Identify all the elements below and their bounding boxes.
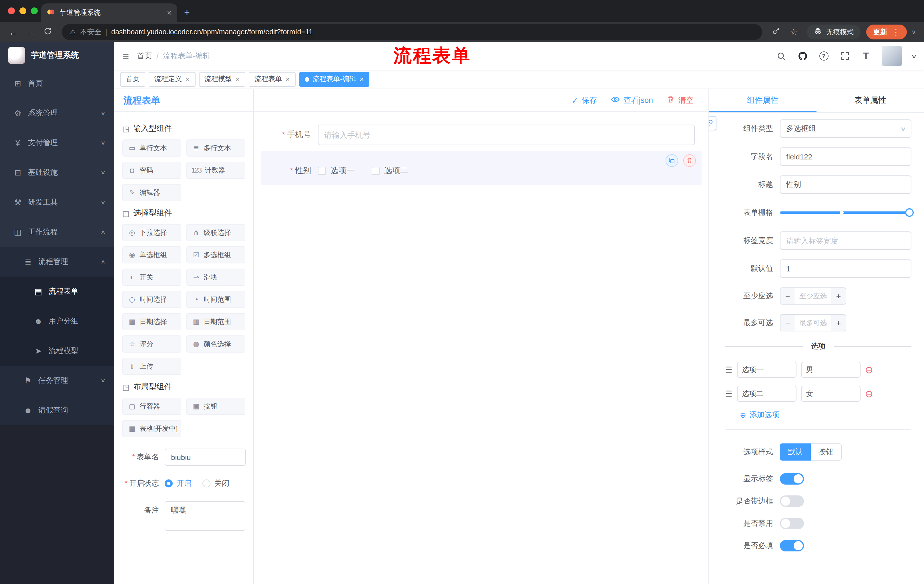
radio-closed-label[interactable]: 关闭 <box>214 478 229 489</box>
palette-item[interactable]: ≣多行文本 <box>186 140 245 156</box>
nav-tag[interactable]: 首页 <box>120 72 145 87</box>
title-input[interactable] <box>780 175 911 194</box>
view-json-button[interactable]: 查看json <box>610 95 653 106</box>
decrease-button[interactable]: − <box>780 315 795 331</box>
palette-item[interactable]: ☆评分 <box>122 336 181 352</box>
collapse-sidebar-icon[interactable]: ≡ <box>122 49 129 63</box>
add-option-button[interactable]: ⊕ 添加选项 <box>740 410 911 420</box>
close-tab-icon[interactable]: × <box>167 8 172 17</box>
palette-item[interactable]: ◎下拉选择 <box>122 224 181 241</box>
close-tag-icon[interactable]: × <box>235 75 239 84</box>
password-key-icon[interactable] <box>769 27 784 37</box>
style-button-button[interactable]: 按钮 <box>811 443 842 461</box>
sidebar-item[interactable]: ⊟基础设施∨ <box>0 158 114 188</box>
checkbox-option-2[interactable]: 选项二 <box>372 166 408 176</box>
palette-item[interactable]: ▣按钮 <box>186 398 245 415</box>
window-zoom-button[interactable] <box>31 7 38 14</box>
github-icon[interactable] <box>797 50 808 62</box>
delete-field-button[interactable] <box>683 154 696 167</box>
palette-item[interactable]: ▢行容器 <box>122 398 181 415</box>
remark-textarea[interactable]: 嘿嘿 <box>165 501 245 531</box>
component-type-select[interactable]: 多选框组 ∨ <box>780 119 911 138</box>
sidebar-item[interactable]: ⚒研发工具∨ <box>0 188 114 217</box>
radio-open-label[interactable]: 开启 <box>177 478 191 489</box>
sidebar-item[interactable]: ▤流程表单 <box>0 276 114 306</box>
font-size-icon[interactable]: T <box>860 50 872 62</box>
max-count-input[interactable] <box>795 315 831 331</box>
sidebar-item[interactable]: ⚑任务管理∨ <box>0 366 114 395</box>
bookmark-star-icon[interactable]: ☆ <box>786 27 801 37</box>
option-label-input[interactable] <box>737 386 796 402</box>
palette-item[interactable]: ⊸滑块 <box>186 268 245 286</box>
address-bar[interactable]: ⚠ 不安全 | dashboard.yudao.iocoder.cn/bpm/m… <box>62 24 762 40</box>
user-avatar[interactable] <box>881 46 902 66</box>
close-tag-icon[interactable]: × <box>185 75 190 84</box>
toggle-on[interactable] <box>780 540 804 551</box>
fullscreen-icon[interactable] <box>839 50 851 62</box>
palette-item[interactable]: ◔时间范围 <box>186 291 245 308</box>
remove-option-icon[interactable]: ⊖ <box>865 389 873 398</box>
checkbox-option-1[interactable]: 选项一 <box>318 166 355 176</box>
chevron-down-icon[interactable]: ∨ <box>911 28 916 36</box>
nav-tag[interactable]: 流程表单-编辑× <box>299 72 370 87</box>
browser-menu-icon[interactable]: ⋮ <box>892 28 900 36</box>
sidebar-item[interactable]: ⊞首页 <box>0 69 114 98</box>
palette-item[interactable]: ✎编辑器 <box>122 184 181 201</box>
phone-input[interactable] <box>318 125 695 145</box>
clear-button[interactable]: 清空 <box>667 95 693 105</box>
radio-closed[interactable] <box>202 479 210 487</box>
palette-item[interactable]: ◷时间选择 <box>122 291 181 308</box>
close-tag-icon[interactable]: × <box>360 75 364 84</box>
increase-button[interactable]: + <box>831 315 846 331</box>
palette-item[interactable]: ▦日期选择 <box>122 313 181 330</box>
sidebar-item[interactable]: ☻请假查询 <box>0 395 114 425</box>
breadcrumb-home[interactable]: 首页 <box>137 51 152 61</box>
forward-button[interactable]: → <box>23 27 38 37</box>
drag-handle-icon[interactable]: ☰ <box>725 389 732 398</box>
tab-component-props[interactable]: 组件属性 <box>709 89 817 112</box>
nav-tag[interactable]: 流程模型× <box>199 72 245 87</box>
new-tab-button[interactable]: + <box>184 7 190 18</box>
decrease-button[interactable]: − <box>780 288 795 304</box>
sidebar-item[interactable]: ➤流程模型 <box>0 336 114 366</box>
option-label-input[interactable] <box>737 362 796 378</box>
sidebar-item[interactable]: ⚙系统管理∨ <box>0 98 114 128</box>
default-value-input[interactable] <box>780 260 911 278</box>
min-count-input[interactable] <box>795 288 831 304</box>
palette-item[interactable]: ⋔级联选择 <box>186 224 245 241</box>
window-close-button[interactable] <box>8 7 15 14</box>
grid-slider[interactable] <box>780 204 911 222</box>
link-icon[interactable] <box>709 116 716 130</box>
tab-form-props[interactable]: 表单属性 <box>817 89 924 112</box>
field-name-input[interactable] <box>780 147 911 166</box>
nav-tag[interactable]: 流程定义× <box>148 72 195 87</box>
checkbox-icon[interactable] <box>318 167 326 175</box>
search-icon[interactable] <box>776 50 787 62</box>
help-icon[interactable]: ? <box>818 50 829 62</box>
nav-tag[interactable]: 流程表单× <box>249 72 295 87</box>
option-value-input[interactable] <box>801 386 860 402</box>
label-width-input[interactable] <box>780 232 911 250</box>
palette-item[interactable]: ⇧上传 <box>122 358 181 375</box>
toggle-off[interactable] <box>780 495 804 507</box>
palette-item[interactable]: ☑多选框组 <box>186 246 245 263</box>
palette-item[interactable]: ◘密码 <box>122 162 181 179</box>
browser-tab[interactable]: 芋道管理系统 × <box>41 3 177 22</box>
window-minimize-button[interactable] <box>20 7 26 14</box>
increase-button[interactable]: + <box>831 288 846 304</box>
update-button[interactable]: 更新 ⋮ <box>866 25 907 39</box>
palette-item[interactable]: ▥日期范围 <box>186 313 245 330</box>
sidebar-item[interactable]: ◫工作流程∧ <box>0 217 114 247</box>
palette-item[interactable]: ◍颜色选择 <box>186 336 245 352</box>
style-default-button[interactable]: 默认 <box>780 443 811 461</box>
slider-handle[interactable] <box>905 208 914 217</box>
reload-button[interactable] <box>40 27 55 37</box>
form-name-input[interactable] <box>165 449 246 466</box>
drag-handle-icon[interactable]: ☰ <box>725 365 732 374</box>
copy-field-button[interactable] <box>665 154 678 167</box>
radio-open[interactable] <box>165 479 173 487</box>
sidebar-item[interactable]: ¥支付管理∨ <box>0 128 114 158</box>
sidebar-item[interactable]: ☻用户分组 <box>0 306 114 336</box>
sidebar-item[interactable]: ≣流程管理∧ <box>0 247 114 276</box>
palette-item[interactable]: ▦表格[开发中] <box>122 420 181 437</box>
